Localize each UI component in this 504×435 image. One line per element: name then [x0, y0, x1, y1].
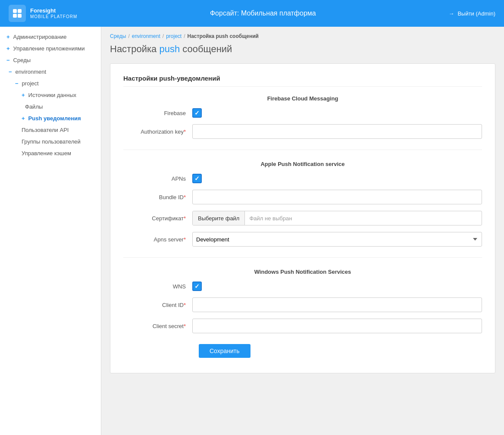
page-title: Настройка push сообщений: [110, 44, 495, 55]
required-star: *: [184, 215, 186, 222]
page-title-highlight: push: [159, 44, 180, 54]
sidebar-item-datasources[interactable]: + Источники данных: [0, 89, 101, 101]
sidebar-item-label: Файлы: [25, 103, 43, 110]
apns-checkbox[interactable]: ✓: [192, 174, 202, 183]
breadcrumb-environment[interactable]: environment: [132, 33, 160, 39]
apns-server-label: Apns server*: [123, 236, 192, 243]
sidebar-item-label: Управление приложениями: [13, 45, 85, 52]
apns-server-row: Apns server* Development Production: [123, 232, 482, 247]
client-id-label: Client ID*: [123, 302, 192, 308]
firebase-section: Firebase Cloud Messaging Firebase ✓ Auth…: [123, 95, 482, 139]
client-secret-input[interactable]: [192, 319, 482, 333]
sidebar-item-label: Администрирование: [13, 34, 67, 40]
svg-rect-0: [13, 9, 17, 13]
sidebar-item-label: Пользователи API: [22, 127, 69, 133]
wns-label: WNS: [123, 283, 192, 290]
apns-row: APNs ✓: [123, 174, 482, 183]
sidebar-item-groups[interactable]: Группы пользователей: [0, 136, 101, 147]
wns-section-header: Windows Push Notification Services: [123, 269, 482, 275]
required-star: *: [184, 128, 186, 135]
file-input-wrapper: Выберите файл Файл не выбран: [192, 211, 482, 225]
breadcrumb-current: Настройка push сообщений: [188, 33, 259, 39]
apns-section-header: Apple Push Notification service: [123, 161, 482, 167]
auth-key-input[interactable]: [192, 124, 482, 139]
logout-button[interactable]: → Выйти (Admin): [448, 10, 495, 17]
client-secret-row: Client secret*: [123, 319, 482, 333]
layout: + Администрирование + Управление приложе…: [0, 27, 504, 435]
plus-icon: +: [22, 115, 25, 122]
separator: /: [163, 33, 164, 39]
sidebar-item-label: Среды: [13, 57, 31, 63]
svg-rect-2: [13, 14, 17, 18]
sidebar-item-cache[interactable]: Управление кэшем: [0, 147, 101, 159]
file-name-label: Файл не выбран: [245, 215, 296, 222]
logo-subtitle: MOBILE PLATFORM: [30, 14, 77, 19]
header-title: Форсайт: Мобильная платформа: [210, 9, 316, 17]
plus-icon: +: [6, 45, 10, 52]
sidebar-item-project[interactable]: − project: [0, 78, 101, 89]
sidebar-item-label: environment: [16, 69, 47, 75]
sidebar-item-label: Группы пользователей: [22, 138, 81, 145]
logout-icon: →: [448, 10, 454, 17]
breadcrumb-environments[interactable]: Среды: [110, 33, 126, 39]
sidebar-item-push[interactable]: + Push уведомления: [0, 113, 101, 124]
required-star: *: [184, 236, 186, 243]
breadcrumb-project[interactable]: project: [166, 33, 182, 39]
wns-checkbox[interactable]: ✓: [192, 282, 202, 291]
wns-section: Windows Push Notification Services WNS ✓…: [123, 269, 482, 358]
minus-icon: −: [9, 69, 12, 75]
sidebar-item-label: Управление кэшем: [22, 150, 71, 156]
auth-key-row: Authorization key*: [123, 124, 482, 139]
logout-label: Выйти (Admin): [457, 10, 495, 17]
client-id-row: Client ID*: [123, 297, 482, 312]
client-secret-label: Client secret*: [123, 323, 192, 329]
save-button[interactable]: Сохранить: [199, 344, 250, 358]
bundle-id-row: Bundle ID*: [123, 190, 482, 204]
sidebar: + Администрирование + Управление приложе…: [0, 27, 101, 435]
save-row: Сохранить: [123, 340, 482, 358]
auth-key-label: Authorization key*: [123, 128, 192, 135]
sidebar-item-api-users[interactable]: Пользователи API: [0, 124, 101, 136]
certificate-row: Сертификат* Выберите файл Файл не выбран: [123, 211, 482, 225]
check-icon: ✓: [194, 283, 200, 290]
bundle-id-label: Bundle ID*: [123, 194, 192, 200]
breadcrumb: Среды / environment / project / Настройк…: [110, 33, 495, 39]
sidebar-item-admin[interactable]: + Администрирование: [0, 31, 101, 43]
sidebar-item-environments[interactable]: − Среды: [0, 54, 101, 66]
divider-2: [123, 257, 482, 258]
wns-row: WNS ✓: [123, 282, 482, 291]
sidebar-item-files[interactable]: Файлы: [0, 101, 101, 113]
required-star: *: [184, 323, 186, 329]
sidebar-item-label: Источники данных: [28, 92, 76, 98]
apns-section: Apple Push Notification service APNs ✓ B…: [123, 161, 482, 247]
apns-label: APNs: [123, 175, 192, 182]
separator: /: [184, 33, 185, 39]
header: Foresight MOBILE PLATFORM Форсайт: Мобил…: [0, 0, 504, 27]
separator: /: [128, 33, 129, 39]
logo-title: Foresight: [30, 7, 77, 14]
certificate-label: Сертификат*: [123, 215, 192, 222]
logo: Foresight MOBILE PLATFORM: [9, 5, 77, 22]
minus-icon: −: [15, 80, 19, 87]
required-star: *: [184, 194, 186, 200]
check-icon: ✓: [194, 110, 200, 116]
bundle-id-input[interactable]: [192, 190, 482, 204]
firebase-checkbox[interactable]: ✓: [192, 108, 202, 118]
minus-icon: −: [6, 57, 10, 63]
check-icon: ✓: [194, 175, 200, 182]
main-content: Среды / environment / project / Настройк…: [101, 27, 504, 435]
sidebar-item-environment[interactable]: − environment: [0, 66, 101, 78]
choose-file-button[interactable]: Выберите файл: [193, 211, 245, 225]
sidebar-item-apps[interactable]: + Управление приложениями: [0, 43, 101, 54]
client-id-input[interactable]: [192, 297, 482, 312]
firebase-label: Firebase: [123, 110, 192, 116]
logo-text: Foresight MOBILE PLATFORM: [30, 7, 77, 19]
logo-icon: [9, 5, 26, 22]
form-section-title: Настройки push-уведомлений: [123, 75, 482, 87]
plus-icon: +: [6, 34, 10, 40]
sidebar-item-label: Push уведомления: [28, 115, 81, 122]
plus-icon: +: [22, 92, 25, 98]
svg-rect-1: [18, 9, 22, 13]
firebase-section-header: Firebase Cloud Messaging: [123, 95, 482, 102]
apns-server-select[interactable]: Development Production: [192, 232, 482, 247]
